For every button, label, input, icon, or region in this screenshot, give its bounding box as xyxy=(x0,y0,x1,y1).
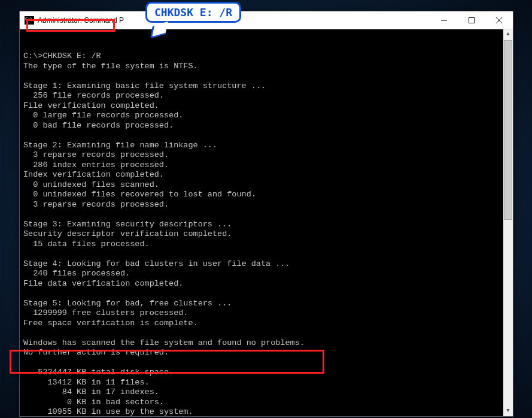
maximize-button[interactable] xyxy=(458,11,485,29)
minimize-button[interactable] xyxy=(430,11,458,29)
close-button[interactable] xyxy=(485,11,513,29)
callout-bubble: CHKDSK E: /R xyxy=(145,2,241,23)
callout-text: CHKDSK E: /R xyxy=(154,6,232,19)
scrollbar[interactable]: ▲ ▼ xyxy=(503,29,513,416)
cmd-icon xyxy=(25,16,34,25)
terminal-output[interactable]: C:\>CHKDSK E: /R The type of the file sy… xyxy=(20,29,513,416)
scroll-down-button[interactable]: ▼ xyxy=(503,406,513,416)
terminal-text: C:\>CHKDSK E: /R The type of the file sy… xyxy=(23,52,305,416)
callout-annotation: CHKDSK E: /R xyxy=(145,2,241,23)
scroll-up-button[interactable]: ▲ xyxy=(503,29,513,40)
window-controls xyxy=(430,11,513,29)
scrollbar-thumb[interactable] xyxy=(504,40,512,220)
command-prompt-window: Administrator: Command P C:\>CHKDSK E: /… xyxy=(19,11,513,417)
titlebar[interactable]: Administrator: Command P xyxy=(20,11,513,29)
svg-rect-1 xyxy=(469,17,475,23)
